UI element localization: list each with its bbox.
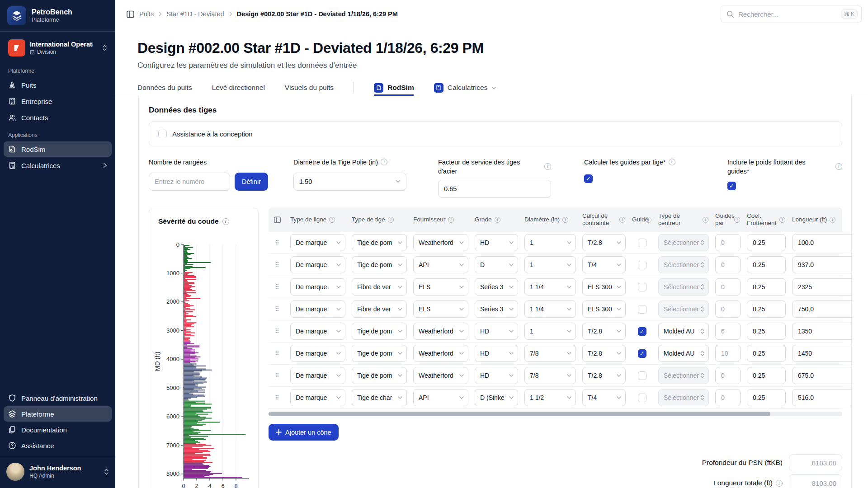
grade-select[interactable]: HD [475,367,518,384]
psn-depth-input[interactable]: 8103.00 [789,454,842,471]
diametre-select[interactable]: 7/8 [524,367,576,384]
rows-count-input[interactable]: Entrez le numéro [149,173,230,191]
search-input[interactable]: Rechercher... ⌘ K [721,5,862,23]
type-tige-select[interactable]: Tige de pom [352,256,407,273]
type-tige-select[interactable]: Fibre de ver [352,300,407,318]
guided-checkbox[interactable] [638,305,646,314]
org-switcher[interactable]: International Operatio Division [5,36,111,60]
type-ligne-select[interactable]: De marque [290,389,345,406]
diametre-select[interactable]: 1 1/4 [524,278,576,296]
contrainte-select[interactable]: T/4 [582,256,626,273]
design-assist-checkbox[interactable] [158,130,167,138]
info-icon[interactable] [779,216,785,222]
type-tige-select[interactable]: Tige de pom [352,234,407,251]
sidebar-toggle-icon[interactable] [126,10,135,19]
friction-coef-input[interactable]: 0.25 [747,323,786,340]
guided-checkbox[interactable] [638,349,646,358]
sidebar-item-plateforme[interactable]: Plateforme [4,406,112,422]
diametre-select[interactable]: 1 [524,234,576,251]
type-ligne-select[interactable]: De marque [290,234,345,251]
grade-select[interactable]: HD [475,323,518,340]
centralizer-select[interactable]: Molded AU [658,323,709,340]
breadcrumb-item[interactable]: Puits [139,10,154,18]
drag-handle-icon[interactable] [270,394,284,401]
contrainte-select[interactable]: T/2.8 [582,345,626,362]
grade-select[interactable]: Series 3 [475,300,518,318]
tab-leve-directionnel[interactable]: Levé directionnel [212,80,265,95]
fournisseur-select[interactable]: Weatherford [413,367,468,384]
guided-checkbox[interactable] [638,327,646,336]
info-icon[interactable] [619,216,625,222]
info-icon[interactable] [646,216,651,222]
grade-select[interactable]: HD [475,234,518,251]
guides-per-rod-input[interactable]: 0 [715,367,741,384]
guided-checkbox[interactable] [638,261,646,269]
guides-per-rod-input[interactable]: 0 [715,278,741,296]
tab-calculatrices[interactable]: Calculatrices [434,80,497,95]
set-rows-button[interactable]: Définir [235,173,268,191]
sidebar-item-admin-panel[interactable]: Panneau d'administration [4,390,112,406]
guides-per-rod-input[interactable]: 6 [715,323,741,340]
info-icon[interactable] [329,216,335,222]
centralizer-select[interactable]: Molded AU [658,345,709,362]
sidebar-item-documentation[interactable]: Documentation [4,422,112,437]
guided-checkbox[interactable] [638,371,646,380]
contrainte-select[interactable]: T/2.8 [582,367,626,384]
type-tige-select[interactable]: Tige de pom [352,345,407,362]
info-icon[interactable] [562,216,568,222]
sidebar-item-entreprise[interactable]: Entreprise [4,94,112,109]
sidebar-item-puits[interactable]: Puits [4,77,112,93]
length-input[interactable]: 2325 [792,278,852,296]
friction-coef-input[interactable]: 0.25 [747,345,786,362]
info-icon[interactable] [222,218,229,225]
friction-coef-input[interactable]: 0.25 [747,256,786,273]
contrainte-select[interactable]: T/4 [582,389,626,406]
info-icon[interactable] [734,216,740,222]
tab-donnees-du-puits[interactable]: Données du puits [137,80,192,95]
diametre-select[interactable]: 1 [524,323,576,340]
add-taper-button[interactable]: Ajouter un cône [269,424,339,441]
breadcrumb-item[interactable]: Star #1D - Deviated [166,10,224,18]
fournisseur-select[interactable]: API [413,389,468,406]
info-icon[interactable] [381,159,387,165]
calc-guides-checkbox[interactable] [584,174,593,183]
guides-per-rod-input[interactable]: 0 [715,234,741,251]
grade-select[interactable]: Series 3 [475,278,518,296]
grade-select[interactable]: D [475,256,518,273]
table-scrollbar-thumb[interactable] [269,412,770,416]
guided-checkbox[interactable] [638,283,646,291]
diametre-select[interactable]: 1 1/4 [524,300,576,318]
diametre-select[interactable]: 1 [524,256,576,273]
centralizer-select[interactable]: Sélectionner [658,278,709,296]
fournisseur-select[interactable]: ELS [413,300,468,318]
contrainte-select[interactable]: T/2.8 [582,234,626,251]
guides-per-rod-input[interactable]: 0 [715,256,741,273]
length-input[interactable]: 937.0 [792,256,852,273]
tab-visuels-du-puits[interactable]: Visuels du puits [285,80,334,95]
info-icon[interactable] [703,216,708,222]
drag-handle-icon[interactable] [270,283,284,291]
fournisseur-select[interactable]: API [413,256,468,273]
info-icon[interactable] [835,163,842,170]
friction-coef-input[interactable]: 0.25 [747,300,786,318]
type-ligne-select[interactable]: De marque [290,345,345,362]
centralizer-select[interactable]: Sélectionner [658,256,709,273]
table-scrollbar-track[interactable] [269,412,842,416]
sidebar-item-contacts[interactable]: Contacts [4,110,112,125]
info-icon[interactable] [495,216,500,222]
info-icon[interactable] [544,163,551,170]
sidebar-item-rodsim[interactable]: RodSim [4,141,112,157]
fournisseur-select[interactable]: Weatherford [413,345,468,362]
grade-select[interactable]: HD [475,345,518,362]
sidebar-item-calculatrices[interactable]: Calculatrices [4,158,112,173]
drag-handle-icon[interactable] [270,239,284,246]
type-tige-select[interactable]: Tige de pom [352,323,407,340]
length-input[interactable]: 100.0 [792,234,852,251]
length-input[interactable]: 516.0 [792,389,852,406]
drag-handle-icon[interactable] [270,305,284,313]
guides-per-rod-input[interactable]: 0 [715,300,741,318]
length-input[interactable]: 750.0 [792,300,852,318]
sidebar-item-assistance[interactable]: Assistance [4,438,112,453]
fournisseur-select[interactable]: Weatherford [413,323,468,340]
type-ligne-select[interactable]: De marque [290,367,345,384]
